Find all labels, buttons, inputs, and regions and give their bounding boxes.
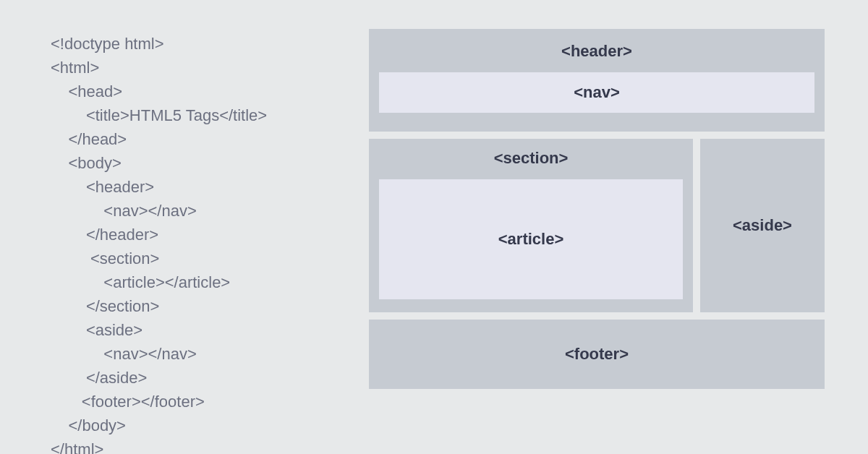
section-label: <section> [494, 149, 569, 168]
article-label: <article> [498, 230, 564, 249]
code-line: <head> [51, 80, 354, 103]
code-line: <aside> [51, 318, 354, 342]
nav-label: <nav> [574, 83, 620, 102]
code-line: <article></article> [51, 270, 354, 294]
header-label: <header> [561, 42, 632, 61]
code-line: <footer></footer> [51, 390, 354, 414]
code-line: <nav></nav> [51, 342, 354, 366]
code-line: <html> [51, 56, 354, 80]
article-region: <article> [379, 179, 683, 299]
code-line: <body> [51, 151, 354, 175]
code-line: </body> [51, 414, 354, 437]
code-line: </html> [51, 437, 354, 454]
code-line: <nav></nav> [51, 199, 354, 223]
section-region: <section> <article> [369, 139, 693, 312]
code-line: </header> [51, 223, 354, 247]
footer-label: <footer> [565, 345, 629, 364]
aside-region: <aside> [700, 139, 825, 312]
nav-region: <nav> [379, 72, 814, 113]
code-line: <title>HTML5 Tags</title> [51, 103, 354, 127]
layout-diagram: <header> <nav> <section> <article> <asid… [369, 29, 825, 389]
aside-label: <aside> [733, 216, 792, 235]
mid-row: <section> <article> <aside> [369, 139, 825, 312]
code-line: </head> [51, 127, 354, 151]
code-line: </aside> [51, 366, 354, 390]
footer-region: <footer> [369, 320, 825, 389]
code-line: </section> [51, 294, 354, 318]
code-line: <section> [51, 247, 354, 270]
code-line: <!doctype html> [51, 32, 354, 56]
code-listing: <!doctype html> <html> <head> <title>HTM… [51, 29, 354, 454]
header-region: <header> <nav> [369, 29, 825, 132]
code-line: <header> [51, 175, 354, 199]
